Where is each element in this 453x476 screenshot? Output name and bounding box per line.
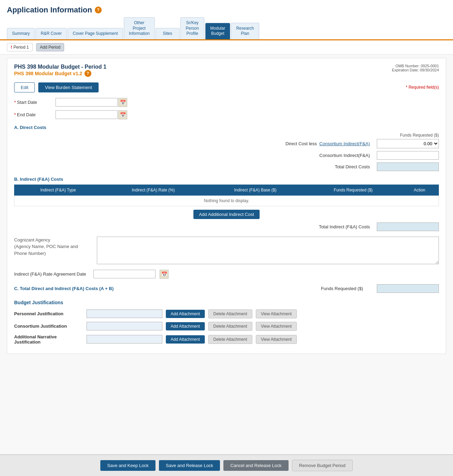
personnel-just-input[interactable] <box>87 309 162 318</box>
end-date-calendar-icon[interactable]: 📅 <box>118 110 127 119</box>
cancel-release-lock-button[interactable]: Cancel and Release Lock <box>223 460 288 471</box>
consortium-just-label: Consortium Justification <box>14 324 83 329</box>
col-type: Indirect (F&A) Type <box>14 185 102 195</box>
total-direct-row: Total Direct Costs <box>14 162 439 171</box>
required-note: * Required field(s) <box>406 85 439 90</box>
period-bar: ! Period 1 Add Period <box>0 40 453 54</box>
col-funds: Funds Requested ($) <box>306 185 401 195</box>
total-direct-label: Total Direct Costs <box>335 164 370 169</box>
button-row: Edit View Burden Statement * Required fi… <box>14 82 439 92</box>
help-icon[interactable]: ? <box>95 7 102 13</box>
form-subtitle: PHS 398 Modular Budget v1.2 ? <box>14 70 107 77</box>
funds-requested-header-container: Funds Requested ($) <box>14 133 439 138</box>
rate-date-calendar-icon[interactable]: 📅 <box>160 270 169 279</box>
direct-cost-input[interactable]: 0.00 25000.00 50000.00 <box>377 139 439 148</box>
empty-row: Nothing found to display. <box>14 195 439 206</box>
indirect-costs-table: Indirect (F&A) Type Indirect (F&A) Rate … <box>14 185 439 206</box>
col-action: Action <box>400 185 439 195</box>
page-title-text: Application Information <box>7 6 92 14</box>
total-di-section: C. Total Direct and Indirect (F&A) Costs… <box>14 284 439 293</box>
additional-add-attachment-button[interactable]: Add Attachment <box>166 335 205 344</box>
indirect-costs-header: B. Indirect (F&A) Costs <box>14 177 439 182</box>
form-header: PHS 398 Modular Budget - Period 1 PHS 39… <box>14 64 439 81</box>
consortium-add-attachment-button[interactable]: Add Attachment <box>166 322 205 330</box>
consortium-indirect-input[interactable] <box>377 151 439 160</box>
add-indirect-btn-row: Add Additional Indirect Cost <box>14 210 439 219</box>
consortium-indirect-label: Consortium Indirect(F&A) <box>319 153 370 158</box>
consortium-just-row: Consortium Justification Add Attachment … <box>14 322 439 331</box>
tab-sites[interactable]: Sites <box>155 28 180 39</box>
nav-tabs: Summary R&R Cover Cover Page Supplement … <box>0 17 453 40</box>
save-release-lock-button[interactable]: Save and Release Lock <box>159 460 220 471</box>
start-date-calendar-icon[interactable]: 📅 <box>118 98 127 107</box>
budget-justifications-section: Budget Justifications Personnel Justific… <box>14 300 439 345</box>
omb-number: OMB Number: 0925-0001 <box>392 64 439 68</box>
tab-rr-cover[interactable]: R&R Cover <box>36 28 67 39</box>
total-direct-input <box>377 162 439 171</box>
col-rate: Indirect (F&A) Rate (%) <box>102 185 205 195</box>
col-base: Indirect (F&A) Base ($) <box>205 185 306 195</box>
edit-button[interactable]: Edit <box>14 82 35 92</box>
total-indirect-input <box>377 222 439 231</box>
tab-research-plan[interactable]: ResearchPlan <box>231 23 259 39</box>
tab-srkey-person[interactable]: Sr/KeyPersonProfile <box>180 17 204 39</box>
form-title: PHS 398 Modular Budget - Period 1 <box>14 64 107 70</box>
cognizant-area: Cognizant Agency (Agency Name, POC Name … <box>14 237 439 264</box>
tab-modular-budget[interactable]: ModularBudget <box>205 23 230 39</box>
total-indirect-label: Total Indirect (F&A) Costs <box>319 224 370 229</box>
end-date-row: *End Date 📅 <box>14 110 439 119</box>
tab-other-project-info[interactable]: OtherProjectInformation <box>124 17 155 39</box>
error-icon: ! <box>11 45 12 50</box>
total-di-label: C. Total Direct and Indirect (F&A) Costs… <box>14 286 114 291</box>
budget-just-title: Budget Justifications <box>14 300 439 305</box>
consortium-indirect-link[interactable]: Consortium Indirect(F&A) <box>319 141 370 146</box>
consortium-just-input[interactable] <box>87 322 162 330</box>
additional-just-row: Additional Narrative Justification Add A… <box>14 334 439 345</box>
direct-cost-label: Direct Cost less Consortium Indirect(F&A… <box>285 141 370 146</box>
start-date-row: *Start Date 📅 <box>14 98 439 107</box>
personnel-view-attachment-button[interactable]: View Attachment <box>256 309 297 318</box>
total-di-input <box>377 284 439 293</box>
form-section: PHS 398 Modular Budget - Period 1 PHS 39… <box>7 58 446 354</box>
main-content: PHS 398 Modular Budget - Period 1 PHS 39… <box>0 54 453 454</box>
period-1-label: Period 1 <box>13 45 29 50</box>
direct-cost-row: Direct Cost less Consortium Indirect(F&A… <box>14 139 439 148</box>
consortium-delete-attachment-button[interactable]: Delete Attachment <box>208 322 252 331</box>
additional-view-attachment-button[interactable]: View Attachment <box>256 335 297 344</box>
form-help-icon[interactable]: ? <box>84 70 91 77</box>
rate-date-label: Indirect (F&A) Rate Agreement Date <box>14 271 90 277</box>
personnel-just-row: Personnel Justification Add Attachment D… <box>14 309 439 318</box>
total-indirect-row: Total Indirect (F&A) Costs <box>14 222 439 231</box>
start-date-input[interactable] <box>56 98 118 107</box>
tab-summary[interactable]: Summary <box>7 28 35 39</box>
remove-budget-period-button[interactable]: Remove Budget Period <box>292 460 353 471</box>
cognizant-textarea[interactable] <box>97 237 439 264</box>
add-period-button[interactable]: Add Period <box>36 43 64 51</box>
end-date-label: *End Date <box>14 112 56 117</box>
period-1-tab[interactable]: ! Period 1 <box>7 43 33 51</box>
additional-delete-attachment-button[interactable]: Delete Attachment <box>208 335 252 344</box>
empty-message: Nothing found to display. <box>14 195 439 206</box>
personnel-just-label: Personnel Justification <box>14 311 83 316</box>
add-indirect-cost-button[interactable]: Add Additional Indirect Cost <box>193 210 260 219</box>
omb-info: OMB Number: 0925-0001 Expiration Date: 0… <box>392 64 439 72</box>
rate-date-input[interactable] <box>93 270 155 278</box>
consortium-indirect-row: Consortium Indirect(F&A) <box>14 151 439 160</box>
additional-just-label: Additional Narrative Justification <box>14 334 83 345</box>
direct-costs-area: Funds Requested ($) Direct Cost less Con… <box>14 133 439 171</box>
additional-just-input[interactable] <box>87 335 162 344</box>
direct-costs-header: A. Direct Costs <box>14 125 439 130</box>
cognizant-label: Cognizant Agency (Agency Name, POC Name … <box>14 237 90 257</box>
page-title: Application Information ? <box>7 6 446 14</box>
funds-requested-header: Funds Requested ($) <box>377 133 439 138</box>
tab-cover-page-supplement[interactable]: Cover Page Supplement <box>68 28 123 39</box>
end-date-input[interactable] <box>56 110 118 119</box>
footer-bar: Save and Keep Lock Save and Release Lock… <box>0 454 453 476</box>
personnel-delete-attachment-button[interactable]: Delete Attachment <box>208 309 252 318</box>
expiration-date: Expiration Date: 09/30/2024 <box>392 68 439 72</box>
start-date-label: *Start Date <box>14 100 56 105</box>
personnel-add-attachment-button[interactable]: Add Attachment <box>166 310 205 318</box>
view-burden-button[interactable]: View Burden Statement <box>38 82 98 92</box>
consortium-view-attachment-button[interactable]: View Attachment <box>256 322 297 331</box>
save-keep-lock-button[interactable]: Save and Keep Lock <box>100 460 155 471</box>
